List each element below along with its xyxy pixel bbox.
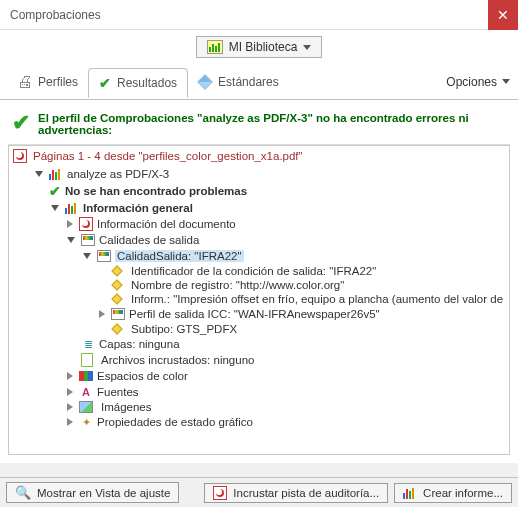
- tree-item-label[interactable]: Propiedades de estado gráfico: [97, 416, 253, 428]
- tab-label: Perfiles: [38, 75, 78, 89]
- expand-toggle[interactable]: [67, 418, 73, 426]
- collapse-toggle[interactable]: [83, 253, 91, 259]
- check-large-icon: ✔: [12, 112, 30, 134]
- check-icon: ✔: [49, 183, 61, 199]
- images-icon: [79, 401, 93, 413]
- tree-item-label: Capas: ninguna: [99, 338, 180, 350]
- button-label: Crear informe...: [423, 487, 503, 499]
- expand-toggle[interactable]: [67, 388, 73, 396]
- expand-toggle[interactable]: [99, 310, 105, 318]
- report-icon: [403, 487, 417, 499]
- collapse-toggle[interactable]: [35, 171, 43, 177]
- library-row: MI Biblioteca: [0, 30, 518, 64]
- tree-view[interactable]: Páginas 1 - 4 desde "perfiles_color_gest…: [8, 145, 510, 455]
- pdf-icon: [13, 149, 27, 163]
- check-icon: ✔: [99, 75, 111, 91]
- tab-label: Resultados: [117, 76, 177, 90]
- button-label: Incrustar pista de auditoría...: [233, 487, 379, 499]
- pages-header: Páginas 1 - 4 desde "perfiles_color_gest…: [9, 146, 509, 166]
- bottom-toolbar: 🔍 Mostrar en Vista de ajuste Incrustar p…: [0, 477, 518, 507]
- tree-item-label[interactable]: Imágenes: [101, 401, 152, 413]
- pdf-icon: [79, 217, 93, 231]
- expand-toggle[interactable]: [67, 220, 73, 228]
- tree-item-label[interactable]: Calidades de salida: [99, 234, 199, 246]
- tree-item-label: Identificador de la condición de salida:…: [131, 265, 376, 277]
- tree-item-label[interactable]: Espacios de color: [97, 370, 188, 382]
- tab-profiles[interactable]: 🖨 Perfiles: [8, 69, 88, 95]
- properties-icon: ✦: [79, 415, 93, 429]
- tabs: 🖨 Perfiles ✔ Resultados Estándares Opcio…: [0, 64, 518, 100]
- tree-item-label: Subtipo: GTS_PDFX: [131, 323, 237, 335]
- chevron-down-icon: [502, 79, 510, 84]
- diamond-bullet-icon: [111, 323, 122, 334]
- layers-icon: ≣: [81, 337, 95, 351]
- embed-audit-button[interactable]: Incrustar pista de auditoría...: [204, 483, 388, 503]
- diamond-icon: [197, 74, 213, 90]
- library-icon: [207, 40, 223, 54]
- output-icon: [81, 234, 95, 246]
- fonts-icon: A: [79, 385, 93, 399]
- expand-toggle[interactable]: [67, 403, 73, 411]
- tab-label: Estándares: [218, 75, 279, 89]
- tree-item-label: No se han encontrado problemas: [65, 185, 247, 197]
- expand-toggle[interactable]: [67, 372, 73, 380]
- chevron-down-icon: [303, 45, 311, 50]
- tree-item-label[interactable]: Información general: [83, 202, 193, 214]
- library-label: MI Biblioteca: [229, 40, 298, 54]
- tab-standards[interactable]: Estándares: [188, 69, 289, 95]
- pdf-icon: [213, 486, 227, 500]
- tree-item-label[interactable]: Perfil de salida ICC: "WAN-IFRAnewspaper…: [129, 308, 380, 320]
- diamond-bullet-icon: [111, 279, 122, 290]
- collapse-toggle[interactable]: [51, 205, 59, 211]
- magnifier-icon: 🔍: [15, 485, 31, 500]
- library-dropdown[interactable]: MI Biblioteca: [196, 36, 323, 58]
- icc-icon: [111, 308, 125, 320]
- tree-item-label[interactable]: CalidadSalida: "IFRA22": [115, 250, 244, 262]
- tree-item-label[interactable]: Información del documento: [97, 218, 236, 230]
- options-menu[interactable]: Opciones: [446, 75, 510, 89]
- window-title: Comprobaciones: [10, 8, 101, 22]
- tree-item-label: Nombre de registro: "http://www.color.or…: [131, 279, 344, 291]
- tab-results[interactable]: ✔ Resultados: [88, 68, 188, 98]
- close-button[interactable]: ✕: [488, 0, 518, 30]
- attachment-icon: [81, 353, 93, 367]
- summary-banner: ✔ El perfil de Comprobaciones "analyze a…: [8, 108, 510, 145]
- collapse-toggle[interactable]: [67, 237, 75, 243]
- content: ✔ El perfil de Comprobaciones "analyze a…: [0, 100, 518, 463]
- options-label: Opciones: [446, 75, 497, 89]
- button-label: Mostrar en Vista de ajuste: [37, 487, 170, 499]
- pages-label: Páginas 1 - 4 desde "perfiles_color_gest…: [33, 150, 303, 162]
- output-icon: [97, 250, 111, 262]
- show-snap-view-button[interactable]: 🔍 Mostrar en Vista de ajuste: [6, 482, 179, 503]
- tree-item-label: Inform.: "Impresión offset en frío, equi…: [131, 293, 503, 305]
- info-icon: [65, 202, 79, 214]
- titlebar: Comprobaciones ✕: [0, 0, 518, 30]
- create-report-button[interactable]: Crear informe...: [394, 483, 512, 503]
- diamond-bullet-icon: [111, 293, 122, 304]
- printer-icon: 🖨: [18, 75, 32, 89]
- tree-item-label: Archivos incrustados: ninguno: [101, 354, 254, 366]
- tree-item-label[interactable]: Fuentes: [97, 386, 139, 398]
- colorspace-icon: [79, 371, 93, 381]
- diamond-bullet-icon: [111, 265, 122, 276]
- profile-bars-icon: [49, 168, 63, 180]
- summary-text: El perfil de Comprobaciones "analyze as …: [38, 112, 506, 136]
- tree-item-label[interactable]: analyze as PDF/X-3: [67, 168, 169, 180]
